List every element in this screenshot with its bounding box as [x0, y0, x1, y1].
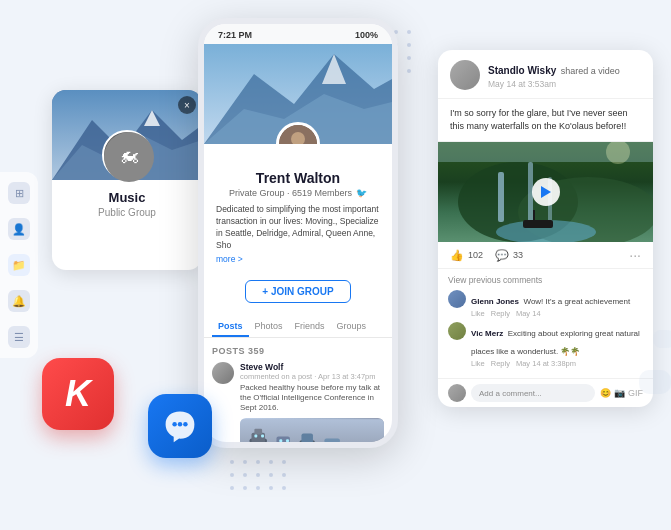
play-button[interactable]: [532, 178, 560, 206]
comment-date-1: May 14: [516, 309, 541, 318]
post-image: [240, 418, 384, 448]
comment-body-2: Vic Merz Exciting about exploring great …: [471, 322, 643, 368]
comment-avatar-2: [448, 322, 466, 340]
posts-count: POSTS 359: [212, 346, 384, 356]
tab-posts[interactable]: Posts: [212, 317, 249, 337]
comment-input-field[interactable]: Add a comment...: [471, 384, 595, 402]
comment-input-row: Add a comment... 😊 📷 GIF: [438, 378, 653, 407]
svg-marker-39: [541, 186, 551, 198]
sidebar-bell-icon[interactable]: 🔔: [8, 290, 30, 312]
tab-photos[interactable]: Photos: [249, 317, 289, 337]
dots-grid-2: [230, 460, 286, 490]
app-icon-blue[interactable]: [148, 394, 212, 458]
comment-reply-1[interactable]: Reply: [491, 309, 510, 318]
post-item: Steve Wolf commented on a post · Apr 13 …: [212, 362, 384, 448]
comment-actions-2: Like Reply May 14 at 3:38pm: [471, 359, 643, 368]
social-post-date: May 14 at 3:53am: [488, 79, 641, 89]
k-letter: K: [65, 376, 91, 412]
phone-time: 7:21 PM: [218, 30, 252, 40]
phone-battery: 100%: [355, 30, 378, 40]
music-card-body: Music Public Group: [52, 180, 202, 228]
more-options-icon[interactable]: ···: [629, 248, 641, 262]
profile-description: Dedicated to simplifying the most import…: [216, 204, 380, 252]
posts-section: POSTS 359 Steve Wolf commented on a post…: [204, 338, 392, 448]
svg-rect-31: [498, 172, 504, 222]
post-text: Packed healthy house before my talk at t…: [240, 383, 384, 414]
post-date: commented on a post · Apr 13 at 3:47pm: [240, 372, 384, 381]
social-card: Standlo Wisky shared a video May 14 at 3…: [438, 50, 653, 407]
emoji-icon[interactable]: 😊: [600, 388, 611, 398]
blue-app-logo: [162, 408, 198, 444]
comment-input-icons: 😊 📷 GIF: [600, 388, 643, 398]
comment-author-2: Vic Merz: [471, 329, 503, 338]
music-card-close-button[interactable]: ×: [178, 96, 196, 114]
comment-item-2: Vic Merz Exciting about exploring great …: [448, 322, 643, 368]
camera-icon[interactable]: 📷: [614, 388, 625, 398]
music-card-title: Music: [62, 190, 192, 205]
svg-rect-35: [523, 220, 553, 228]
comment-item-1: Glenn Jones Wow! It's a great achievemen…: [448, 290, 643, 318]
music-card-avatar: 🏍: [102, 130, 152, 180]
phone-tabs: Posts Photos Friends Groups: [204, 317, 392, 338]
music-card-image: 🏍 ×: [52, 90, 202, 180]
music-card-subtitle: Public Group: [62, 207, 192, 218]
view-previous-comments[interactable]: View previous comments: [448, 275, 643, 285]
svg-text:🏍: 🏍: [119, 144, 139, 166]
music-group-card: 🏍 × Music Public Group: [52, 90, 202, 270]
svg-rect-25: [261, 434, 264, 437]
social-post-text: I'm so sorry for the glare, but I've nev…: [438, 99, 653, 142]
phone-profile-body: Trent Walton Private Group · 6519 Member…: [204, 144, 392, 272]
profile-cover: [204, 44, 392, 144]
comment-body-1: Glenn Jones Wow! It's a great achievemen…: [471, 290, 643, 318]
tab-groups[interactable]: Groups: [331, 317, 373, 337]
profile-more-link[interactable]: more >: [216, 254, 380, 264]
phone-frame: 7:21 PM 100%: [198, 18, 398, 448]
svg-rect-26: [279, 439, 282, 442]
app-icon-k[interactable]: K: [42, 358, 114, 430]
sidebar-grid-icon[interactable]: ⊞: [8, 182, 30, 204]
svg-rect-36: [533, 210, 535, 222]
svg-rect-27: [286, 439, 289, 442]
svg-point-42: [178, 422, 183, 427]
phone-status-bar: 7:21 PM 100%: [204, 24, 392, 44]
svg-rect-22: [324, 438, 339, 448]
comments-section: View previous comments Glenn Jones Wow! …: [438, 269, 653, 378]
comment-actions-1: Like Reply May 14: [471, 309, 643, 318]
social-card-header: Standlo Wisky shared a video May 14 at 3…: [438, 50, 653, 99]
comment-like-1[interactable]: Like: [471, 309, 485, 318]
svg-rect-20: [301, 433, 313, 443]
profile-name: Trent Walton: [216, 170, 380, 186]
svg-rect-17: [274, 443, 293, 448]
post-content: Steve Wolf commented on a post · Apr 13 …: [240, 362, 384, 448]
profile-meta: Private Group · 6519 Members 🐦: [216, 188, 380, 198]
sidebar-user-icon[interactable]: 👤: [8, 218, 30, 240]
sidebar-icons: ⊞ 👤 📁 🔔 ☰: [0, 172, 38, 358]
post-author-name: Steve Wolf: [240, 362, 384, 372]
social-author-name: Standlo Wisky shared a video: [488, 60, 641, 78]
comment-input-avatar: [448, 384, 466, 402]
sidebar-menu-icon[interactable]: ☰: [8, 326, 30, 348]
social-author-avatar: [450, 60, 480, 90]
join-group-button[interactable]: + JOIN GROUP: [245, 280, 350, 303]
comment-like-2[interactable]: Like: [471, 359, 485, 368]
social-post-image: [438, 142, 653, 242]
svg-rect-16: [254, 429, 262, 435]
svg-rect-21: [322, 446, 343, 448]
svg-point-43: [183, 422, 188, 427]
comments-count[interactable]: 💬 33: [495, 248, 523, 262]
svg-rect-23: [350, 442, 367, 448]
comment-author-1: Glenn Jones: [471, 297, 519, 306]
sidebar-folder-icon[interactable]: 📁: [8, 254, 30, 276]
social-reactions: 👍 102 💬 33 ···: [438, 242, 653, 269]
svg-point-41: [172, 422, 177, 427]
social-header-text: Standlo Wisky shared a video May 14 at 3…: [488, 60, 641, 89]
likes-count[interactable]: 👍 102: [450, 248, 483, 262]
svg-rect-24: [254, 434, 257, 437]
comment-reply-2[interactable]: Reply: [491, 359, 510, 368]
tab-friends[interactable]: Friends: [289, 317, 331, 337]
post-author-avatar: [212, 362, 234, 384]
main-scene: ⊞ 👤 📁 🔔 ☰: [0, 0, 671, 530]
comment-date-2: May 14 at 3:38pm: [516, 359, 576, 368]
comment-avatar-1: [448, 290, 466, 308]
